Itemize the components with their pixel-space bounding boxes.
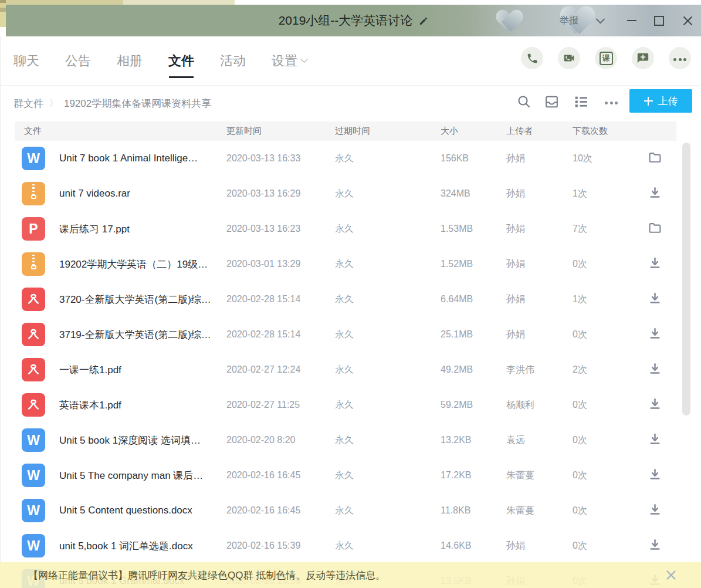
tab-announcement[interactable]: 公告 <box>65 52 91 70</box>
file-uploader: 孙娟 <box>506 188 573 200</box>
edit-title-icon[interactable] <box>418 16 428 26</box>
file-name[interactable]: unit 5,book 1 词汇单选题.docx <box>59 539 193 553</box>
file-uploader: 孙娟 <box>506 258 573 271</box>
col-header-size: 大小 <box>441 126 506 137</box>
download-button[interactable] <box>647 537 662 552</box>
download-button[interactable] <box>647 502 662 517</box>
file-updated: 2020-03-13 16:23 <box>226 224 335 234</box>
open-folder-button[interactable] <box>647 150 662 165</box>
download-button[interactable] <box>647 185 662 200</box>
file-name[interactable]: 英语课本1.pdf <box>59 398 121 412</box>
file-name[interactable]: 3720-全新版大学英语(第二版)综… <box>59 293 211 306</box>
file-name[interactable]: 一课一练1.pdf <box>59 363 121 377</box>
file-uploader: 孙娟 <box>506 329 573 341</box>
group-title: 2019小组--大学英语讨论 <box>279 12 413 29</box>
download-button[interactable] <box>647 431 662 447</box>
notice-banner: 【网络正能量倡议书】腾讯呼吁网友共建绿色QQ群 抵制色情、反动等违法信息。 <box>0 562 701 588</box>
video-call-button[interactable] <box>558 47 580 69</box>
report-button[interactable]: 举报 <box>556 5 582 36</box>
word-file-icon: W <box>22 534 45 557</box>
col-header-downloads: 下载次数 <box>573 126 640 137</box>
file-updated: 2020-02-16 16:45 <box>226 470 335 481</box>
upload-button[interactable]: 上传 <box>629 89 692 113</box>
download-icon <box>648 538 662 552</box>
file-name[interactable]: 3719-全新版大学英语(第二版)综… <box>59 328 211 342</box>
file-name[interactable]: 课后练习 17.ppt <box>59 222 130 236</box>
tab-files[interactable]: 文件 <box>168 52 194 70</box>
file-expiry: 永久 <box>335 540 441 552</box>
voice-call-button[interactable] <box>521 47 543 69</box>
minimize-button[interactable] <box>622 5 642 36</box>
vertical-scrollbar[interactable] <box>682 143 690 415</box>
download-button[interactable] <box>647 361 662 376</box>
file-name[interactable]: 19202学期大学英语（二）19级… <box>59 258 208 271</box>
lesson-button[interactable]: 课 <box>595 47 617 69</box>
file-size: 17.2KB <box>441 470 506 481</box>
tab-chat[interactable]: 聊天 <box>13 52 39 70</box>
file-uploader: 孙娟 <box>506 153 573 165</box>
window-titlebar: 2019小组--大学英语讨论 举报 <box>6 5 701 36</box>
download-icon <box>648 256 662 271</box>
file-row[interactable]: 一课一练1.pdf 2020-02-27 12:24 永久 49.2MB 李洪伟… <box>1 352 701 387</box>
file-name[interactable]: unit 7 videos.rar <box>59 188 130 200</box>
pdf-glyph-icon <box>26 397 41 413</box>
list-view-button[interactable] <box>573 93 589 110</box>
file-row[interactable]: W Unit 7 book 1 Animal Intellige… 2020-0… <box>1 141 701 176</box>
file-expiry: 永久 <box>335 153 441 165</box>
chat-plus-icon <box>636 52 649 65</box>
file-name[interactable]: Unit 5 Content questions.docx <box>59 505 192 516</box>
pdf-file-icon <box>22 358 45 381</box>
file-row[interactable]: unit 7 videos.rar 2020-03-13 16:29 永久 32… <box>1 176 701 211</box>
background-window-fragment <box>123 0 235 5</box>
file-row[interactable]: P 课后练习 17.ppt 2020-03-13 16:23 永久 1.53MB… <box>1 211 701 246</box>
file-size: 13.2KB <box>441 435 506 445</box>
open-folder-button[interactable] <box>647 220 662 235</box>
word-file-icon: W <box>22 499 45 522</box>
file-size: 59.2MB <box>441 400 506 410</box>
file-expiry: 永久 <box>335 434 441 447</box>
new-topic-button[interactable] <box>632 47 654 69</box>
file-name[interactable]: Unit 7 book 1 Animal Intellige… <box>59 153 198 164</box>
file-row[interactable]: 英语课本1.pdf 2020-02-27 11:25 永久 59.2MB 杨顺利… <box>1 387 701 423</box>
file-updated: 2020-03-13 16:29 <box>226 188 335 199</box>
search-button[interactable] <box>516 93 532 110</box>
tab-album[interactable]: 相册 <box>117 52 143 70</box>
file-row[interactable]: 3719-全新版大学英语(第二版)综… 2020-02-28 15:14 永久 … <box>1 317 701 352</box>
chevron-down-icon[interactable] <box>594 5 607 36</box>
file-expiry: 永久 <box>335 258 441 271</box>
file-updated: 2020-03-13 16:33 <box>226 153 335 164</box>
download-button[interactable] <box>647 396 662 411</box>
file-row[interactable]: W Unit 5 The company man 课后… 2020-02-16 … <box>1 458 701 493</box>
file-row[interactable]: W unit 5,book 1 词汇单选题.docx 2020-02-16 15… <box>1 528 701 563</box>
close-button[interactable] <box>676 5 699 36</box>
file-uploader: 孙娟 <box>506 223 573 235</box>
maximize-button[interactable] <box>649 5 669 36</box>
file-row[interactable]: 3720-全新版大学英语(第二版)综… 2020-02-28 15:14 永久 … <box>1 282 701 317</box>
file-name[interactable]: Unit 5 The company man 课后… <box>59 469 203 482</box>
download-button[interactable] <box>647 326 662 341</box>
more-button[interactable] <box>669 47 691 69</box>
download-button[interactable] <box>647 255 662 271</box>
breadcrumb-root[interactable]: 群文件 <box>13 97 43 110</box>
file-downloads: 0次 <box>573 434 640 447</box>
file-name[interactable]: Unit 5 book 1深度阅读 选词填… <box>59 434 201 447</box>
more-files-button[interactable] <box>603 93 619 110</box>
banner-close-icon[interactable] <box>666 570 676 580</box>
tab-settings[interactable]: 设置 <box>272 52 307 70</box>
file-size: 1.53MB <box>441 224 506 234</box>
file-size: 156KB <box>441 153 506 164</box>
file-size: 49.2MB <box>441 364 506 375</box>
file-downloads: 0次 <box>573 540 640 552</box>
file-row[interactable]: W Unit 5 book 1深度阅读 选词填… 2020-02-20 8:20… <box>1 423 701 458</box>
file-size: 324MB <box>441 188 506 199</box>
tab-activity[interactable]: 活动 <box>220 52 246 70</box>
pdf-file-icon <box>22 393 45 417</box>
file-uploader: 孙娟 <box>506 540 573 552</box>
download-button[interactable] <box>647 467 662 482</box>
download-icon <box>648 185 662 200</box>
download-button[interactable] <box>647 290 662 306</box>
inbox-button[interactable] <box>543 93 560 110</box>
file-row[interactable]: 19202学期大学英语（二）19级… 2020-03-01 13:29 永久 1… <box>1 246 701 282</box>
file-row[interactable]: W Unit 5 Content questions.docx 2020-02-… <box>1 493 701 528</box>
breadcrumb-current: 19202学期集体备课网课资料共享 <box>64 97 211 110</box>
